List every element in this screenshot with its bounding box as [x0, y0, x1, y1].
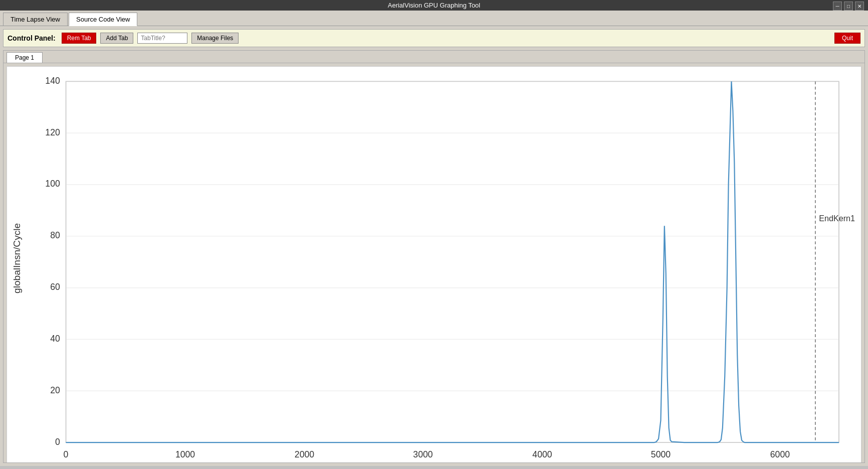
- window-title: AerialVision GPU Graphing Tool: [388, 2, 481, 9]
- minimize-button[interactable]: ─: [833, 2, 842, 11]
- rem-tab-button[interactable]: Rem Tab: [62, 33, 97, 44]
- main-tab-bar: Time Lapse View Source Code View: [0, 11, 868, 26]
- svg-text:60: 60: [50, 282, 60, 292]
- window-controls: ─ □ ✕: [833, 2, 864, 11]
- svg-text:0: 0: [64, 449, 69, 459]
- svg-text:6000: 6000: [770, 449, 790, 459]
- svg-text:4000: 4000: [532, 449, 552, 459]
- page-area: Page 1 0 20 40 60 80: [3, 50, 865, 463]
- svg-text:EndKern1: EndKern1: [819, 214, 855, 223]
- maximize-button[interactable]: □: [844, 2, 853, 11]
- manage-files-button[interactable]: Manage Files: [191, 33, 239, 44]
- control-panel-label: Control Panel:: [8, 34, 56, 42]
- page-tab-bar: Page 1: [4, 51, 864, 63]
- main-content: Control Panel: Rem Tab Add Tab Manage Fi…: [0, 26, 868, 466]
- svg-text:140: 140: [45, 76, 60, 86]
- svg-text:3000: 3000: [413, 449, 432, 459]
- add-tab-button[interactable]: Add Tab: [100, 33, 133, 44]
- svg-text:20: 20: [50, 385, 60, 395]
- svg-text:40: 40: [50, 334, 60, 344]
- page-tab-1[interactable]: Page 1: [7, 52, 43, 63]
- svg-text:0: 0: [55, 437, 60, 447]
- svg-text:5000: 5000: [651, 449, 671, 459]
- control-panel: Control Panel: Rem Tab Add Tab Manage Fi…: [3, 29, 865, 47]
- tab-time-lapse[interactable]: Time Lapse View: [3, 13, 68, 26]
- svg-text:80: 80: [50, 230, 60, 240]
- svg-text:1000: 1000: [175, 449, 195, 459]
- svg-text:100: 100: [45, 179, 60, 189]
- svg-rect-0: [66, 81, 839, 442]
- close-button[interactable]: ✕: [855, 2, 864, 11]
- tab-source-code[interactable]: Source Code View: [69, 13, 137, 26]
- svg-text:globalInsn/Cycle: globalInsn/Cycle: [12, 223, 22, 293]
- svg-text:2000: 2000: [295, 449, 314, 459]
- chart-container: 0 20 40 60 80 100 120: [7, 66, 861, 463]
- tab-title-input[interactable]: [137, 33, 187, 44]
- titlebar: AerialVision GPU Graphing Tool ─ □ ✕: [0, 0, 868, 11]
- quit-button[interactable]: Quit: [834, 33, 860, 44]
- svg-text:120: 120: [45, 127, 60, 137]
- chart-svg: 0 20 40 60 80 100 120: [7, 67, 861, 463]
